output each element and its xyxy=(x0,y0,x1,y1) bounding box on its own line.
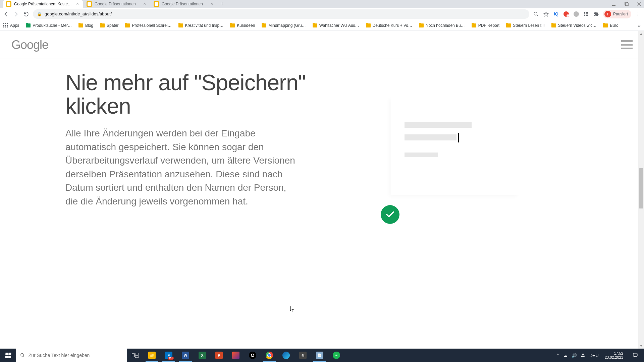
taskbar-app-edge[interactable] xyxy=(278,349,294,362)
svg-line-8 xyxy=(23,356,24,357)
svg-rect-2 xyxy=(626,3,628,6)
star-bookmark-icon[interactable] xyxy=(543,11,549,17)
folder-icon xyxy=(125,23,130,27)
slides-favicon xyxy=(154,1,159,7)
bookmark-item[interactable]: Später xyxy=(100,23,118,28)
scroll-down-button[interactable]: ▼ xyxy=(638,343,644,349)
nav-back-button[interactable] xyxy=(3,11,9,17)
bookmark-item[interactable]: Blog xyxy=(78,23,93,28)
tab-title: Google Präsentationen xyxy=(95,2,140,6)
bookmark-item[interactable]: Deutsche Kurs + Vo… xyxy=(366,23,412,28)
taskbar-app-word[interactable]: W xyxy=(177,349,194,362)
tab-close-icon[interactable]: × xyxy=(75,2,80,6)
tab-close-icon[interactable]: × xyxy=(142,2,147,6)
tray-network-icon[interactable]: 🖧 xyxy=(581,353,585,358)
nav-reload-button[interactable] xyxy=(23,11,30,17)
scroll-thumb[interactable] xyxy=(639,168,643,208)
placeholder-line xyxy=(405,153,438,157)
taskbar-app-obs[interactable] xyxy=(244,349,261,362)
mouse-cursor-icon xyxy=(290,306,295,313)
bookmark-item[interactable]: Steuern Lesen !!!! xyxy=(506,23,545,28)
tray-date: 23.02.2021 xyxy=(605,355,623,359)
folder-icon xyxy=(100,23,105,27)
new-tab-button[interactable]: + xyxy=(217,0,227,8)
taskbar-app-excel[interactable]: X xyxy=(194,349,211,362)
bookmarks-apps-button[interactable]: Apps xyxy=(3,23,19,28)
bookmark-item[interactable]: Kursideen xyxy=(230,23,255,28)
window-maximize-button[interactable] xyxy=(623,1,630,7)
hamburger-menu-button[interactable] xyxy=(621,40,633,49)
bookmarks-bar: Apps Produktsuche - Mer… Blog Später Pro… xyxy=(0,20,644,31)
task-view-button[interactable] xyxy=(127,349,144,362)
bookmark-item[interactable]: Noch hochladen Bu… xyxy=(419,23,465,28)
taskbar-app-powerpoint[interactable]: P xyxy=(211,349,227,362)
placeholder-line xyxy=(405,134,457,140)
bookmark-item[interactable]: Steuern Videos wic… xyxy=(551,23,597,28)
taskbar-search[interactable] xyxy=(16,349,127,362)
vertical-scrollbar[interactable]: ▲ ▼ xyxy=(638,31,644,349)
extension-icon-1[interactable]: IQ xyxy=(553,11,559,17)
tab-0[interactable]: Google Präsentationen: Kostenlo × xyxy=(3,0,83,8)
slides-favicon xyxy=(87,1,92,7)
svg-rect-11 xyxy=(135,356,139,358)
window-minimize-button[interactable] xyxy=(610,1,617,7)
folder-icon xyxy=(551,23,556,27)
search-icon xyxy=(20,353,25,358)
folder-icon xyxy=(419,23,424,27)
hero-body: Alle Ihre Änderungen werden bei der Eing… xyxy=(65,127,300,208)
extension-icon-4[interactable] xyxy=(583,11,590,17)
page-viewport: Google Nie mehr auf "Speichern" klicken … xyxy=(0,31,644,349)
taskbar-app-notepad[interactable]: 📄 xyxy=(311,349,328,362)
bookmark-item[interactable]: Professionell Schrei… xyxy=(125,23,171,28)
system-tray: ˄ ☁ 🔊 🖧 DEU 17:52 23.02.2021 xyxy=(554,351,644,359)
folder-icon xyxy=(472,23,476,27)
folder-icon xyxy=(26,23,31,27)
extension-icon-3[interactable] xyxy=(573,11,580,17)
bookmark-item[interactable]: Wahlfächer WU Aus… xyxy=(313,23,359,28)
taskbar-app-chrome[interactable] xyxy=(261,349,278,362)
avatar: T xyxy=(604,11,611,17)
text-caret-icon xyxy=(458,133,459,142)
start-button[interactable] xyxy=(0,349,16,362)
nav-forward-button[interactable] xyxy=(13,11,19,17)
chrome-menu-button[interactable]: ⋮ xyxy=(635,11,641,17)
tray-onedrive-icon[interactable]: ☁ xyxy=(563,353,568,358)
window-close-button[interactable] xyxy=(636,1,643,7)
tab-2[interactable]: Google Präsentationen × xyxy=(150,0,217,8)
address-bar[interactable]: 🔒 google.com/intl/de_at/slides/about/ xyxy=(33,9,529,19)
bookmark-item[interactable]: PDF Report xyxy=(472,23,499,28)
bookmark-item[interactable]: Mindmapping (Gru… xyxy=(262,23,306,28)
zoom-icon[interactable] xyxy=(533,11,539,17)
extensions-puzzle-icon[interactable] xyxy=(593,11,600,17)
bookmark-item[interactable]: Kreativität und Insp… xyxy=(178,23,224,28)
url-text: google.com/intl/de_at/slides/about/ xyxy=(45,11,112,16)
lock-icon: 🔒 xyxy=(37,12,42,16)
folder-icon xyxy=(313,23,317,27)
folder-icon xyxy=(78,23,83,27)
scroll-up-button[interactable]: ▲ xyxy=(638,31,644,37)
tray-language-indicator[interactable]: DEU xyxy=(589,353,598,358)
bookmark-item[interactable]: Büro xyxy=(603,23,618,28)
google-logo[interactable]: Google xyxy=(11,38,48,52)
bookmark-item[interactable]: Produktsuche - Mer… xyxy=(26,23,72,28)
tab-close-icon[interactable]: × xyxy=(209,2,214,6)
taskbar-app-spotify[interactable]: ≡ xyxy=(328,349,345,362)
profile-chip[interactable]: T Pausiert xyxy=(603,10,631,18)
taskbar-app-brave[interactable] xyxy=(227,349,244,362)
folder-icon xyxy=(262,23,266,27)
tray-volume-icon[interactable]: 🔊 xyxy=(572,353,577,358)
bookmarks-overflow-button[interactable]: » xyxy=(638,23,641,28)
taskbar-app-explorer[interactable]: 📁 xyxy=(144,349,160,362)
extension-icon-2[interactable]: 1 xyxy=(563,11,570,17)
tab-1[interactable]: Google Präsentationen × xyxy=(83,0,150,8)
tray-overflow-button[interactable]: ˄ xyxy=(557,353,559,358)
svg-point-7 xyxy=(21,353,24,356)
checkmark-badge-icon xyxy=(381,205,399,224)
tray-time: 17:52 xyxy=(614,351,623,355)
taskbar-app-mail[interactable]: ✉99+ xyxy=(160,349,177,362)
action-center-button[interactable] xyxy=(629,353,641,358)
taskbar-app-generic-1[interactable]: ⎙ xyxy=(294,349,311,362)
taskbar-search-input[interactable] xyxy=(29,353,123,358)
profile-status-label: Pausiert xyxy=(613,12,628,16)
tray-clock[interactable]: 17:52 23.02.2021 xyxy=(603,351,625,359)
